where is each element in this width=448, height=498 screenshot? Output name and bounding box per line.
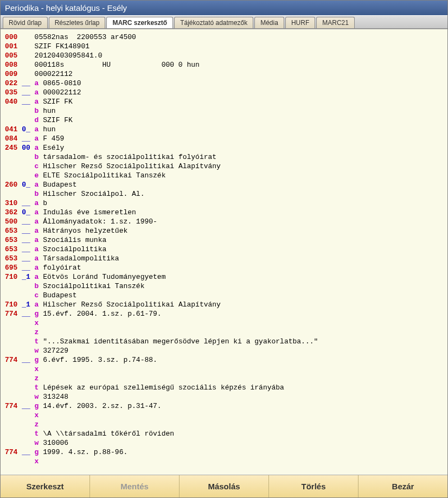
marc-value: Hilscher Szociálpol. Al. <box>43 190 144 198</box>
marc-line[interactable]: t Lépések az európai szellemiségű szociá… <box>5 383 443 392</box>
marc-indicator: __ <box>22 134 30 143</box>
marc-tag: 500 <box>5 217 17 226</box>
marc-line[interactable]: 310 __ a b <box>5 199 443 208</box>
marc-line[interactable]: 362 0_ a Indulás éve ismeretlen <box>5 208 443 217</box>
marc-line[interactable]: x <box>5 457 443 466</box>
marc-indicator: __ <box>22 88 30 97</box>
marc-line[interactable]: 653 __ a Társadalompolitika <box>5 254 443 263</box>
tab-1[interactable]: Részletes űrlap <box>49 17 106 28</box>
marc-subfield: x <box>35 319 39 327</box>
tab-0[interactable]: Rövid űrlap <box>3 17 48 28</box>
marc-tag: 653 <box>5 254 17 263</box>
marc-tag: 040 <box>5 97 17 106</box>
marc-line[interactable]: 710 _1 a Hilscher Rezső Szociálpolitikai… <box>5 300 443 309</box>
marc-line[interactable]: c Budapest <box>5 291 443 300</box>
marc-line[interactable]: 710 _1 a Eötvös Loránd Tudományegyetem <box>5 272 443 282</box>
marc-line[interactable]: 774 __ g 1999. 4.sz. p.88-96. <box>5 448 443 457</box>
marc-line[interactable]: 001 SZIF FK148901 <box>5 42 443 51</box>
marc-tag <box>5 328 17 337</box>
marc-line[interactable]: 008 000118s HU 000 0 hun <box>5 60 443 69</box>
marc-line[interactable]: 009 000022112 <box>5 69 443 79</box>
marc-line[interactable]: 774 __ g 6.évf. 1995. 3.sz. p.74-88. <box>5 355 443 365</box>
marc-line[interactable]: 000 05582nas 2200553 ar4500 <box>5 33 443 42</box>
marc-subfield: d <box>35 116 39 124</box>
marc-line[interactable]: 653 __ a Hátrányos helyzetűek <box>5 226 443 235</box>
marc-line[interactable]: 245 00 a Esély <box>5 143 443 152</box>
marc-indicator: __ <box>22 199 30 208</box>
marc-indicator: __ <box>22 355 30 365</box>
marc-tag: 710 <box>5 300 17 309</box>
marc-value: 000118s HU 000 0 hun <box>35 61 200 69</box>
marc-tag <box>5 420 17 429</box>
marc-indicator <box>22 162 30 171</box>
marc-line[interactable]: b Hilscher Szociálpol. Al. <box>5 189 443 199</box>
close-button[interactable]: Bezár <box>359 475 447 497</box>
marc-tag <box>5 171 17 180</box>
marc-line[interactable]: c Hilscher Rezső Szociálpolitikai Alapít… <box>5 162 443 171</box>
marc-line[interactable]: t \A \\társadalmi tőkéről röviden <box>5 429 443 438</box>
tab-2[interactable]: MARC szerkesztő <box>106 17 173 28</box>
marc-line[interactable]: z <box>5 420 443 429</box>
marc-tag: 774 <box>5 309 17 318</box>
marc-line[interactable]: 005 20120403095841.0 <box>5 51 443 60</box>
marc-line[interactable]: w 310006 <box>5 438 443 448</box>
marc-value: Szociális munka <box>43 236 106 244</box>
marc-line[interactable]: 653 __ a Szociális munka <box>5 235 443 245</box>
marc-line[interactable]: x <box>5 411 443 420</box>
marc-value: Szociálpolitika <box>43 245 106 253</box>
marc-indicator: __ <box>22 309 30 318</box>
marc-line[interactable]: d SZIF FK <box>5 116 443 125</box>
marc-indicator <box>22 346 30 355</box>
marc-line[interactable]: w 327229 <box>5 346 443 355</box>
marc-tag <box>5 162 17 171</box>
marc-value: hun <box>43 125 55 133</box>
marc-subfield: c <box>35 162 39 170</box>
tab-3[interactable]: Tájékoztató adatmezők <box>174 17 253 28</box>
marc-line[interactable]: z <box>5 328 443 337</box>
marc-subfield: c <box>35 291 39 299</box>
marc-indicator <box>22 106 30 116</box>
marc-line[interactable]: x <box>5 318 443 328</box>
marc-line[interactable]: 040 __ a SZIF FK <box>5 97 443 106</box>
marc-line[interactable]: 022 __ a 0865-0810 <box>5 79 443 88</box>
marc-subfield: w <box>35 439 39 447</box>
tab-6[interactable]: MARC21 <box>316 17 355 28</box>
marc-line[interactable]: 774 __ g 15.évf. 2004. 1.sz. p.61-79. <box>5 309 443 318</box>
marc-line[interactable]: b Szociálpolitikai Tanszék <box>5 282 443 291</box>
marc-line[interactable]: 774 __ g 14.évf. 2003. 2.sz. p.31-47. <box>5 401 443 411</box>
marc-line[interactable]: 084 __ a F 459 <box>5 134 443 143</box>
copy-button[interactable]: Másolás <box>180 475 269 497</box>
marc-line[interactable]: z <box>5 374 443 383</box>
marc-subfield: e <box>35 171 39 180</box>
marc-value: társadalom- és szociálpolitikai folyóira… <box>43 153 216 161</box>
marc-subfield: z <box>35 374 39 382</box>
marc-tag: 035 <box>5 88 17 97</box>
marc-line[interactable]: 041 0_ a hun <box>5 125 443 134</box>
marc-value: F 459 <box>43 135 64 143</box>
marc-line[interactable]: b hun <box>5 106 443 116</box>
marc-tag <box>5 346 17 355</box>
marc-value: Budapest <box>43 291 76 299</box>
marc-subfield: a <box>35 135 39 143</box>
window-title: Periodika - helyi katalógus - Esély <box>1 1 447 15</box>
marc-line[interactable]: t "...Szakmai identitásában megerősödve … <box>5 337 443 346</box>
marc-tag <box>5 189 17 199</box>
marc-line[interactable]: 260 0_ a Budapest <box>5 180 443 189</box>
marc-line[interactable]: 500 __ a Állományadatok: 1.sz. 1990- <box>5 217 443 226</box>
marc-tag <box>5 282 17 291</box>
marc-line[interactable]: x <box>5 365 443 374</box>
marc-tag <box>5 152 17 162</box>
marc-line[interactable]: w 313248 <box>5 392 443 401</box>
marc-editor-content[interactable]: 000 05582nas 2200553 ar4500001 SZIF FK14… <box>1 29 447 475</box>
marc-line[interactable]: b társadalom- és szociálpolitikai folyói… <box>5 152 443 162</box>
marc-indicator <box>22 328 30 337</box>
marc-line[interactable]: 695 __ a folyóirat <box>5 263 443 272</box>
delete-button[interactable]: Törlés <box>269 475 359 497</box>
marc-line[interactable]: e ELTE Szociálpolitikai Tanszék <box>5 171 443 180</box>
tab-4[interactable]: Média <box>254 17 284 28</box>
edit-button[interactable]: Szerkeszt <box>1 475 90 497</box>
tab-5[interactable]: HURF <box>285 17 315 28</box>
marc-line[interactable]: 653 __ a Szociálpolitika <box>5 245 443 254</box>
marc-value: 14.évf. 2003. 2.sz. p.31-47. <box>43 402 161 410</box>
marc-line[interactable]: 035 __ a 000022112 <box>5 88 443 97</box>
